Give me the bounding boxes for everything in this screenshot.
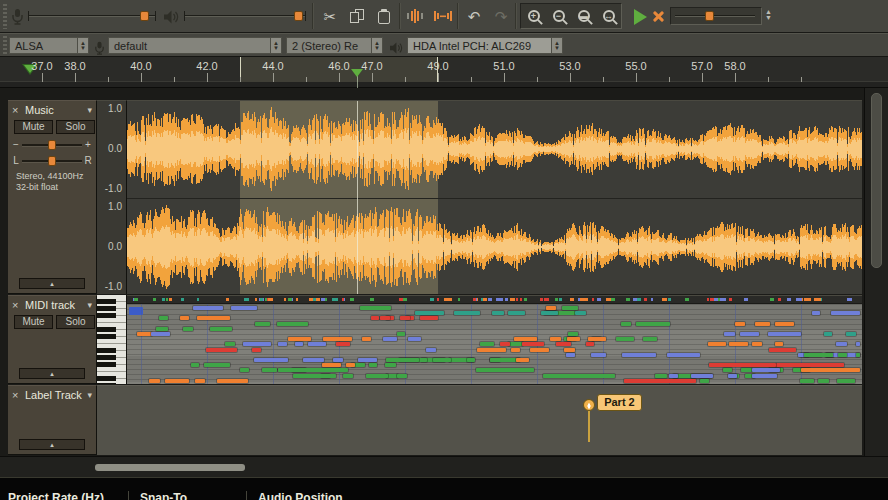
scrub-bar[interactable]	[0, 81, 888, 87]
midi-note	[255, 322, 270, 326]
waveform-channel-right[interactable]	[127, 199, 862, 294]
music-mute-button[interactable]: Mute	[14, 120, 53, 134]
pan-thumb[interactable]	[48, 156, 56, 166]
midi-notes-area[interactable]	[127, 295, 862, 384]
midi-note	[415, 311, 444, 315]
black-key[interactable]	[97, 334, 116, 339]
black-key[interactable]	[97, 306, 116, 311]
overview-dash	[370, 298, 374, 301]
close-track-icon[interactable]: ×	[12, 389, 23, 401]
midi-note	[550, 337, 561, 341]
zoom-out-button[interactable]: −	[546, 4, 571, 28]
redo-button[interactable]: ↷	[488, 3, 514, 29]
copy-button[interactable]	[344, 3, 370, 29]
overview-dash	[606, 298, 611, 301]
audio-host-dropdown[interactable]: ALSA ▲▼	[9, 37, 89, 54]
trim-outside-selection-button[interactable]	[403, 3, 429, 29]
black-key[interactable]	[97, 355, 116, 360]
music-track-panel[interactable]: × Music ▾ Mute Solo − + L R	[8, 100, 97, 294]
paste-button[interactable]	[371, 3, 397, 29]
ruler-tick	[735, 73, 736, 82]
multi-tool-icon[interactable]	[652, 10, 665, 23]
recording-channels-dropdown[interactable]: 2 (Stereo) Re ▲▼	[286, 37, 383, 54]
label-track-name[interactable]: Label Track	[23, 389, 87, 401]
midi-note	[775, 322, 794, 326]
play-at-speed-button[interactable]	[634, 9, 647, 25]
track-menu-icon[interactable]: ▾	[87, 300, 92, 310]
black-key[interactable]	[97, 376, 116, 381]
vertical-scrollbar-thumb[interactable]	[871, 93, 882, 268]
midi-note	[308, 342, 326, 346]
midi-collapse-button[interactable]: ▴	[19, 368, 85, 379]
midi-note	[708, 342, 726, 346]
midi-track-panel[interactable]: × MIDI track ▾ Mute Solo ▴	[8, 295, 97, 384]
midi-track-name[interactable]: MIDI track	[23, 299, 87, 311]
pan-slider[interactable]: L R	[12, 154, 92, 168]
playback-device-dropdown[interactable]: HDA Intel PCH: ALC269 ▲▼	[407, 37, 563, 54]
midi-note	[729, 342, 748, 346]
music-solo-button[interactable]: Solo	[56, 120, 95, 134]
recording-volume-thumb[interactable]	[140, 11, 149, 21]
play-speed-thumb[interactable]	[705, 11, 714, 21]
music-vertical-scale[interactable]: 1.00.0-1.01.00.0-1.0	[97, 100, 127, 294]
ruler-tick	[240, 77, 241, 82]
playback-volume-slider[interactable]	[184, 0, 306, 33]
black-key[interactable]	[97, 362, 116, 367]
dropdown-spinner-icon[interactable]: ▲▼	[77, 38, 88, 53]
gain-slider[interactable]: − +	[12, 138, 92, 152]
horizontal-scrollbar-thumb[interactable]	[95, 464, 245, 471]
ruler-tick	[174, 77, 175, 82]
device-toolbar-grip[interactable]	[3, 36, 7, 55]
zoom-selection-button[interactable]: ▬	[571, 4, 596, 28]
label-track-area[interactable]: Part 2	[97, 385, 862, 455]
black-key[interactable]	[97, 313, 116, 318]
play-speed-slider[interactable]	[670, 7, 762, 25]
close-track-icon[interactable]: ×	[12, 104, 23, 116]
close-track-icon[interactable]: ×	[12, 299, 23, 311]
black-key[interactable]	[97, 299, 116, 304]
recording-channels-value: 2 (Stereo) Re	[287, 40, 371, 52]
midi-note	[755, 322, 770, 326]
midi-solo-button[interactable]: Solo	[56, 315, 95, 329]
speed-spinner[interactable]: ▲▼	[765, 9, 772, 21]
track-menu-icon[interactable]: ▾	[87, 105, 92, 115]
undo-button[interactable]: ↶	[461, 3, 487, 29]
music-collapse-button[interactable]: ▴	[19, 278, 85, 289]
midi-note	[691, 374, 713, 378]
overview-dash	[710, 298, 714, 301]
vertical-scrollbar[interactable]	[864, 88, 888, 456]
mixer-toolbar-grip[interactable]	[3, 4, 7, 29]
playback-volume-thumb[interactable]	[294, 11, 303, 21]
midi-grid[interactable]	[127, 304, 862, 384]
zoom-in-button[interactable]: +	[521, 4, 546, 28]
timeline-ruler[interactable]: 37.038.040.042.044.046.047.049.051.053.0…	[0, 57, 888, 88]
recording-volume-slider[interactable]	[28, 0, 156, 33]
midi-keyboard[interactable]	[97, 295, 127, 384]
midi-note	[480, 342, 494, 346]
dropdown-spinner-icon[interactable]: ▲▼	[270, 38, 281, 53]
midi-note	[333, 358, 343, 362]
recording-device-dropdown[interactable]: default ▲▼	[108, 37, 282, 54]
label-track-panel[interactable]: × Label Track ▾ ▴	[8, 385, 97, 455]
black-key[interactable]	[97, 383, 116, 384]
dropdown-spinner-icon[interactable]: ▲▼	[551, 38, 562, 53]
track-menu-icon[interactable]: ▾	[87, 390, 92, 400]
label-text[interactable]: Part 2	[597, 394, 642, 411]
zoom-fit-button[interactable]: ↔	[596, 4, 621, 28]
black-key[interactable]	[97, 348, 116, 353]
gain-thumb[interactable]	[48, 140, 56, 150]
dropdown-spinner-icon[interactable]: ▲▼	[371, 38, 382, 53]
silence-selection-button[interactable]	[430, 3, 456, 29]
playhead-marker[interactable]	[351, 69, 363, 83]
midi-note	[621, 322, 631, 326]
cut-button[interactable]: ✂	[317, 3, 343, 29]
midi-mute-button[interactable]: Mute	[14, 315, 53, 329]
waveform-channel-left[interactable]	[127, 101, 862, 198]
midi-note	[165, 379, 189, 383]
music-waveform-area[interactable]	[127, 100, 862, 294]
music-track-name[interactable]: Music	[23, 104, 87, 116]
label-collapse-button[interactable]: ▴	[19, 439, 85, 450]
horizontal-scrollbar[interactable]	[0, 456, 888, 477]
black-key[interactable]	[97, 327, 116, 332]
label-marker[interactable]	[583, 399, 595, 411]
